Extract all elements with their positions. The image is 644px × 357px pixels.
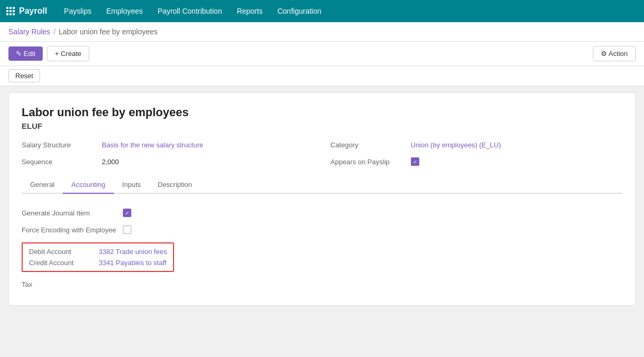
category-field: Category Union (by employees) (E_LU) bbox=[331, 141, 623, 149]
breadcrumb: Salary Rules / Labor union fee by employ… bbox=[0, 22, 644, 42]
appears-on-payslip-field: Appears on Payslip ✓ bbox=[331, 157, 623, 166]
credit-account-value[interactable]: 3341 Payables to staff bbox=[99, 259, 166, 267]
tax-label: Tax bbox=[22, 280, 117, 288]
breadcrumb-separator: / bbox=[53, 27, 55, 36]
tab-accounting[interactable]: Accounting bbox=[63, 176, 113, 194]
grid-icon bbox=[6, 7, 15, 15]
nav-reports[interactable]: Reports bbox=[230, 0, 269, 22]
tab-inputs[interactable]: Inputs bbox=[114, 176, 149, 194]
toolbar: ✎ Edit + Create ⚙ Action bbox=[0, 42, 644, 66]
appears-on-payslip-label: Appears on Payslip bbox=[331, 158, 405, 166]
accounting-section: Generate Journal Item ✓ Force Encoding w… bbox=[22, 204, 622, 293]
generate-journal-checkbox[interactable]: ✓ bbox=[123, 209, 131, 217]
tax-field: Tax bbox=[22, 280, 622, 288]
edit-button[interactable]: ✎ Edit bbox=[8, 46, 43, 61]
salary-structure-label: Salary Structure bbox=[22, 141, 95, 149]
breadcrumb-current: Labor union fee by employees bbox=[59, 27, 158, 36]
record-card: Labor union fee by employees ELUF Salary… bbox=[8, 92, 636, 306]
record-title: Labor union fee by employees bbox=[22, 106, 622, 119]
force-encoding-checkbox[interactable] bbox=[123, 226, 131, 234]
sequence-label: Sequence bbox=[22, 158, 95, 166]
nav-employees[interactable]: Employees bbox=[100, 0, 149, 22]
reset-button[interactable]: Reset bbox=[8, 69, 40, 82]
record-code: ELUF bbox=[22, 121, 622, 130]
generate-journal-label: Generate Journal Item bbox=[22, 209, 117, 217]
tabs: General Accounting Inputs Description bbox=[22, 176, 622, 194]
credit-account-row: Credit Account 3341 Payables to staff bbox=[29, 259, 167, 267]
salary-structure-value[interactable]: Basis for the new salary structure bbox=[102, 141, 203, 149]
breadcrumb-parent[interactable]: Salary Rules bbox=[8, 27, 50, 36]
tab-general[interactable]: General bbox=[22, 176, 63, 194]
credit-account-label: Credit Account bbox=[29, 259, 92, 267]
generate-journal-field: Generate Journal Item ✓ bbox=[22, 209, 622, 217]
nav-payroll-contribution[interactable]: Payroll Contribution bbox=[151, 0, 228, 22]
debit-account-value[interactable]: 3382 Trade union fees bbox=[99, 248, 167, 256]
brand[interactable]: Payroll bbox=[6, 6, 47, 16]
force-encoding-label: Force Encoding with Employee bbox=[22, 226, 117, 234]
debit-credit-section: Debit Account 3382 Trade union fees Cred… bbox=[22, 242, 174, 272]
nav-configuration[interactable]: Configuration bbox=[271, 0, 328, 22]
salary-structure-field: Salary Structure Basis for the new salar… bbox=[22, 141, 314, 149]
brand-label: Payroll bbox=[19, 6, 47, 16]
sequence-field: Sequence 2,000 bbox=[22, 157, 314, 166]
action-button[interactable]: ⚙ Action bbox=[593, 46, 636, 61]
force-encoding-field: Force Encoding with Employee bbox=[22, 226, 622, 234]
category-label: Category bbox=[331, 141, 405, 149]
debit-account-row: Debit Account 3382 Trade union fees bbox=[29, 248, 167, 256]
debit-account-label: Debit Account bbox=[29, 248, 92, 256]
tab-description[interactable]: Description bbox=[149, 176, 200, 194]
appears-on-payslip-checkbox[interactable]: ✓ bbox=[411, 157, 419, 166]
form-fields: Salary Structure Basis for the new salar… bbox=[22, 141, 622, 166]
category-value[interactable]: Union (by employees) (E_LU) bbox=[411, 141, 501, 149]
nav-payslips[interactable]: Payslips bbox=[57, 0, 98, 22]
secondary-toolbar: Reset bbox=[0, 66, 644, 86]
navbar: Payroll Payslips Employees Payroll Contr… bbox=[0, 0, 644, 22]
sequence-value: 2,000 bbox=[102, 158, 119, 166]
create-button[interactable]: + Create bbox=[47, 46, 89, 61]
